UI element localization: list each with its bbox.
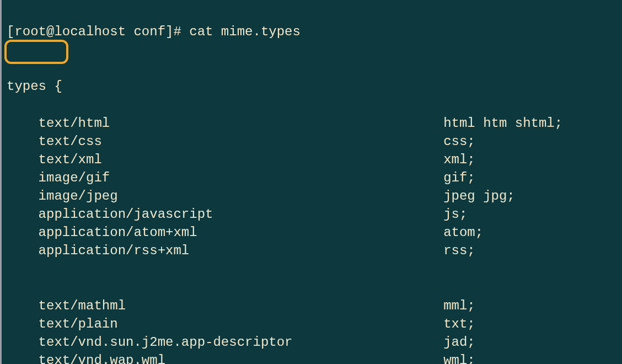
mime-mapping-row: text/plain txt; (7, 315, 622, 333)
mime-mapping-row: application/javascript js; (7, 205, 622, 223)
left-edge-gutter (0, 0, 2, 364)
mime-mapping-row: text/xml xml; (7, 151, 622, 169)
shell-prompt-line: [root@localhost conf]# cat mime.types (7, 23, 622, 41)
mime-mapping-row: text/vnd.wap.wml wml; (7, 351, 622, 364)
types-open-brace: types { (7, 77, 622, 95)
mime-mapping-row: text/mathml mml; (7, 297, 622, 315)
mime-mapping-row: application/rss+xml rss; (7, 242, 622, 260)
mime-mapping-row: text/css css; (7, 132, 622, 151)
mime-mapping-row: text/html html htm shtml; (7, 114, 622, 132)
mime-mapping-row: image/jpeg jpeg jpg; (7, 187, 622, 205)
mime-mapping-row: image/gif gif; (7, 169, 622, 187)
mime-mapping-row: application/atom+xml atom; (7, 223, 622, 242)
terminal-output: [root@localhost conf]# cat mime.types ty… (0, 0, 622, 364)
mime-mapping-row: text/vnd.sun.j2me.app-descriptor jad; (7, 333, 622, 351)
